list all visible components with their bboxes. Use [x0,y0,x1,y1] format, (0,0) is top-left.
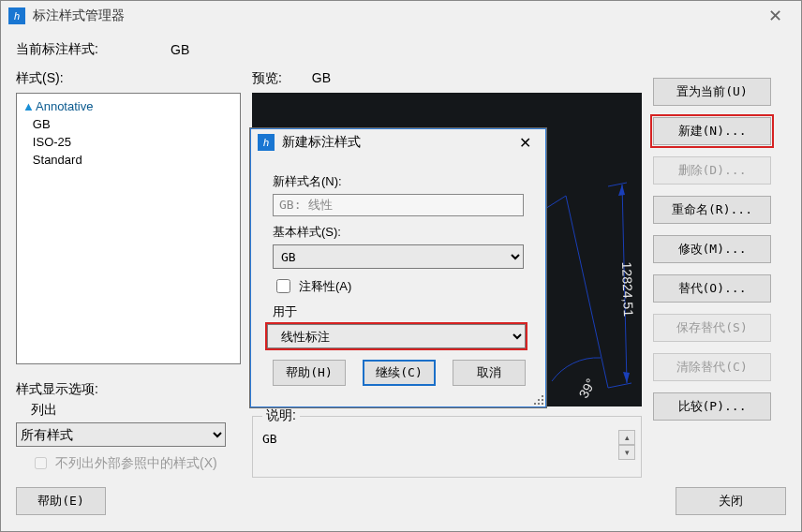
xref-checkbox [35,457,47,469]
window-title: 标注样式管理器 [33,7,756,24]
current-style-value: GB [171,42,189,57]
new-name-label: 新样式名(N): [273,173,529,190]
dialog-footer: 帮助(H) 继续(C) 取消 [250,360,546,395]
filter-select[interactable]: 所有样式 [16,422,226,447]
style-item-standard[interactable]: Standard [22,151,234,169]
modify-button[interactable]: 修改(M)... [653,235,771,263]
preview-style-name: GB [312,70,331,85]
description-group: 说明: GB ▴ ▾ [252,416,642,478]
clear-override-button: 清除替代(C) [653,353,771,381]
annotative-label: 注释性(A) [299,278,351,295]
window-close-button[interactable]: ✕ [756,3,794,29]
annotative-checkbox[interactable] [276,279,290,293]
style-item-label: Annotative [36,99,93,113]
display-options-group: 样式显示选项: 列出 所有样式 不列出外部参照中的样式(X) [16,381,241,472]
current-style-label: 当前标注样式: [16,41,171,58]
right-button-column: 置为当前(U) 新建(N)... 删除(D)... 重命名(R)... 修改(M… [653,78,771,478]
use-for-label: 用于 [273,303,529,320]
continue-button[interactable]: 继续(C) [363,360,436,386]
annotative-icon: ▲ [22,97,36,115]
dialog-help-button[interactable]: 帮助(H) [273,360,346,386]
dialog-titlebar: h 新建标注样式 ✕ [250,128,546,156]
new-dim-style-dialog: h 新建标注样式 ✕ 新样式名(N): 基本样式(S): GB 注释性(A) 用… [249,127,547,408]
dim-value-angle: 39° [576,377,599,401]
dim-style-manager-window: h 标注样式管理器 ✕ 当前标注样式: GB 样式(S): ▲Annotativ… [0,0,802,532]
dim-value-right: 12824,51 [619,261,636,317]
styles-label: 样式(S): [16,70,241,87]
bottom-row: 帮助(E) 关闭 [16,487,786,515]
close-button[interactable]: 关闭 [676,487,786,515]
left-column: 样式(S): ▲Annotative GB ISO-25 Standard 样式… [16,70,241,478]
new-name-input[interactable] [273,194,524,216]
svg-marker-6 [623,372,630,383]
cancel-button[interactable]: 取消 [453,360,526,386]
window-titlebar: h 标注样式管理器 ✕ [1,1,801,31]
dialog-title: 新建标注样式 [282,134,361,151]
style-item-iso25[interactable]: ISO-25 [22,133,234,151]
preview-label-row: 预览: GB [252,70,642,87]
style-item-label: ISO-25 [33,135,71,149]
base-style-label: 基本样式(S): [273,224,529,241]
app-icon: h [8,7,25,24]
dialog-icon: h [258,134,275,151]
save-override-button: 保存替代(S) [653,314,771,342]
xref-checkbox-label: 不列出外部参照中的样式(X) [55,455,217,472]
compare-button[interactable]: 比较(P)... [653,392,771,421]
description-legend: 说明: [262,407,300,424]
annotative-row: 注释性(A) [273,276,529,296]
preview-label: 预览: [252,70,282,85]
description-spinner[interactable]: ▴ ▾ [618,430,635,460]
set-current-button[interactable]: 置为当前(U) [653,78,771,106]
display-options-label: 样式显示选项: [16,381,241,398]
xref-checkbox-row: 不列出外部参照中的样式(X) [16,454,241,472]
style-item-annotative[interactable]: ▲Annotative [22,97,234,115]
svg-line-2 [608,183,627,186]
svg-line-3 [608,383,631,388]
style-item-label: Standard [33,153,82,167]
spinner-down[interactable]: ▾ [618,445,635,460]
spinner-up[interactable]: ▴ [618,430,635,445]
use-for-select[interactable]: 线性标注 [267,324,526,348]
styles-listbox[interactable]: ▲Annotative GB ISO-25 Standard [16,93,241,364]
resize-grip[interactable] [532,393,543,405]
base-style-select[interactable]: GB [273,244,524,269]
help-button[interactable]: 帮助(E) [16,487,106,515]
svg-marker-5 [618,185,625,196]
override-button[interactable]: 替代(O)... [653,274,771,303]
new-button[interactable]: 新建(N)... [653,117,771,145]
style-item-gb[interactable]: GB [22,115,234,133]
rename-button[interactable]: 重命名(R)... [653,196,771,224]
description-value: GB [262,432,277,446]
list-label: 列出 [16,402,241,419]
dialog-body: 新样式名(N): 基本样式(S): GB 注释性(A) 用于 线性标注 [250,156,546,360]
delete-button: 删除(D)... [653,156,771,185]
current-style-row: 当前标注样式: GB [16,38,786,61]
style-item-label: GB [33,117,51,131]
dialog-close-button[interactable]: ✕ [511,131,539,154]
